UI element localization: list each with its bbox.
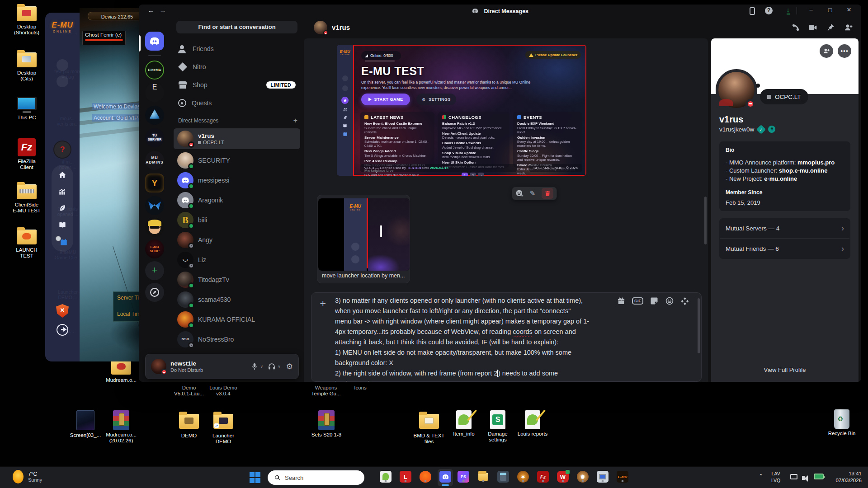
tray-display-icon[interactable] [790, 474, 797, 479]
home-icon[interactable] [58, 170, 67, 179]
desktop-icon-this-pc[interactable]: This PC [11, 97, 42, 121]
add-friends-to-dm-icon[interactable] [844, 23, 853, 32]
attachment-card[interactable]: E-MU ONLINE move launcher location by me… [317, 195, 410, 283]
sidebar-item-friends[interactable]: Friends [174, 41, 300, 57]
guide-book-icon[interactable] [57, 221, 67, 230]
dm-item-v1rus[interactable]: v1rus OCPC.LT [174, 128, 300, 149]
logout-icon[interactable] [57, 324, 68, 336]
headphones-icon[interactable] [268, 362, 276, 371]
mic-chevron-icon[interactable]: ∨ [260, 364, 264, 369]
emoji-icon[interactable] [665, 296, 674, 305]
settings-gear-icon[interactable]: ⚙ [286, 362, 293, 371]
find-conversation-button[interactable]: Find or start a conversation [176, 21, 297, 33]
tray-volume-icon[interactable] [802, 474, 808, 482]
page-next-button[interactable]: › [478, 173, 484, 176]
rail-dm-button[interactable] [145, 32, 164, 51]
taskbar-app-filezilla[interactable]: Fz [537, 471, 549, 483]
desktop-icon-mudream-rar[interactable]: Mudream.o... (20.02.26) [103, 410, 139, 444]
tray-clock[interactable]: 13:41 07/03/2026 [835, 470, 862, 484]
apps-icon[interactable] [680, 296, 689, 305]
desktop-icon-launcher-demo[interactable]: ↗ Launcher DEMO [206, 410, 241, 445]
page-button[interactable]: 1 [462, 173, 468, 176]
dm-item-aragonik[interactable]: Aragonik [174, 191, 300, 210]
pin-icon[interactable] [826, 23, 835, 32]
update-download-icon[interactable]: ↓ [787, 6, 790, 14]
taskbar-app-notepad[interactable] [380, 471, 392, 483]
attach-plus-icon[interactable]: ＋ [318, 296, 328, 310]
chat-peer-avatar[interactable] [314, 21, 327, 34]
server-icon-elitemu[interactable]: EliteMU [145, 61, 164, 80]
server-icon-wings[interactable] [145, 196, 164, 215]
gif-picker-button[interactable]: GIF [632, 297, 643, 305]
server-icon-mu-admins[interactable]: MU ADMINS [145, 151, 164, 170]
desktop-icon-damage-settings[interactable]: S Damage settings [481, 410, 515, 443]
desktop-label-weapons[interactable]: Weapons Temple Gu... [307, 385, 345, 397]
taskbar-app-remote-pc[interactable] [597, 471, 609, 483]
help-icon[interactable]: ? [765, 7, 773, 14]
mutual-servers-row[interactable]: Mutual Servers — 4 › [719, 218, 850, 238]
tray-language-indicator[interactable]: LAV LVQ [771, 470, 780, 484]
maximize-button[interactable]: ▢ [823, 7, 837, 13]
desktop-label-louis-demo[interactable]: Louis Demo v3.0.4 [204, 385, 242, 397]
explore-servers-button[interactable] [145, 283, 164, 302]
page-button[interactable]: 2 [470, 173, 476, 176]
dm-item-angy[interactable]: Angy [174, 230, 300, 249]
desktop-icon-recycle-bin[interactable]: ♻ Recycle Bin [825, 409, 859, 436]
headphones-chevron-icon[interactable]: ∨ [278, 364, 281, 369]
anticheat-shield-icon[interactable]: ✕ [56, 304, 69, 318]
embed-settings-button[interactable]: ⚙ SETTINGS [416, 94, 456, 105]
hash-badge-icon[interactable]: # [768, 126, 775, 133]
taskbar-weather[interactable]: 7°C Sunny [13, 470, 42, 483]
desktop-icon-sets-s20[interactable]: Sets S20 1-3 [308, 410, 344, 438]
desktop-icon-bmd-text[interactable]: BMD & TEXT files [410, 410, 448, 445]
message-input[interactable]: 3) no matter if any clients opened or on… [335, 296, 633, 382]
dm-item-biili[interactable]: B biili [174, 211, 300, 230]
desktop-icon-shortcuts[interactable]: Desktop (Shortcuts) [11, 6, 42, 36]
start-button[interactable] [250, 472, 260, 483]
user-avatar[interactable] [151, 359, 166, 374]
composer-scrollbar[interactable] [698, 298, 700, 353]
dm-item-liz[interactable]: ◡ Liz [174, 250, 300, 269]
taskbar-app-phpstorm[interactable]: PS [458, 471, 469, 483]
embed-start-button[interactable]: START GAME [361, 94, 410, 105]
add-server-button[interactable]: + [145, 261, 164, 280]
desktop-label-demo-v501[interactable]: Demo V5.0.1-Lau... [170, 385, 208, 397]
desktop-icon-item-info[interactable]: Item_info [447, 410, 481, 437]
sticker-icon[interactable] [650, 296, 659, 305]
close-button[interactable]: ✕ [842, 6, 856, 13]
desktop-icon-cits[interactable]: Desktop (Cits) [11, 52, 42, 82]
taskbar-app-discord-active[interactable] [438, 469, 453, 486]
desktop-icon-filezilla[interactable]: Fz FileZilla Client [11, 138, 42, 170]
profile-avatar[interactable] [716, 69, 757, 111]
bio-link[interactable]: mmoplus.pro [797, 159, 835, 166]
desktop-icon-demo[interactable]: DEMO [172, 410, 206, 439]
leaf-icon[interactable] [58, 204, 67, 213]
mic-icon[interactable] [250, 362, 259, 371]
dm-item-messipessi[interactable]: messipessi [174, 171, 300, 190]
view-full-profile-button[interactable]: View Full Profile [711, 366, 859, 374]
mobile-app-icon[interactable] [750, 7, 755, 15]
video-call-icon[interactable] [808, 23, 818, 32]
server-icon-hyp[interactable]: Y [145, 174, 164, 192]
delete-icon[interactable] [542, 188, 553, 199]
server-icon-knot[interactable] [145, 106, 164, 125]
desktop-icon-clientside[interactable]: ClientSide E-MU TEST [11, 184, 42, 214]
calendar-clock-icon[interactable] [57, 237, 67, 246]
desktop-icon-louis-reports[interactable]: Louis reports [514, 410, 551, 437]
server-icon-emu-shop[interactable]: E-MU SHOP [145, 239, 164, 258]
verified-badge-icon[interactable]: ✓ [756, 124, 766, 134]
server-icon-e[interactable]: E [145, 83, 164, 102]
desktop-icon-launch-test[interactable]: LAUNCH TEST [11, 230, 42, 259]
create-dm-icon[interactable]: + [293, 117, 297, 124]
bio-link[interactable]: shop.e-mu.online [779, 167, 828, 174]
sidebar-item-shop[interactable]: Shop LIMITED [174, 77, 300, 93]
taskbar-app-word-red[interactable]: W [557, 471, 569, 483]
taskbar-app-game1[interactable]: ✶ [517, 471, 529, 483]
taskbar-app-explorer[interactable] [477, 471, 489, 483]
desktop-label-icons[interactable]: Icons [344, 385, 377, 391]
help-badge[interactable]: ? [54, 141, 71, 158]
more-options-button[interactable]: ••• [838, 44, 851, 58]
chat-peer-name[interactable]: v1rus [332, 23, 350, 31]
chat-scrollbar[interactable] [704, 197, 707, 244]
edit-icon[interactable]: ✎ [530, 189, 536, 197]
